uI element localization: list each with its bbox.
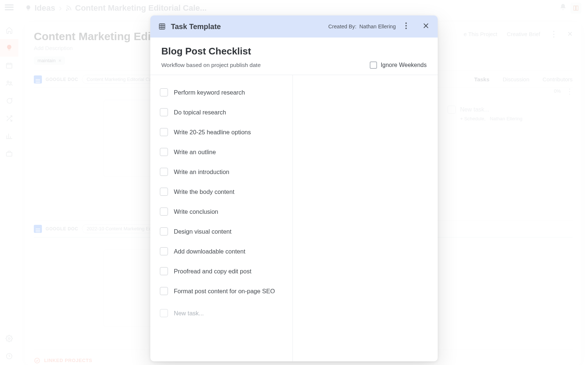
- ignore-weekends-toggle[interactable]: Ignore Weekends: [370, 61, 427, 69]
- task-label: Design visual content: [174, 228, 232, 235]
- task-template-modal: Task Template Created By: Nathan Ellerin…: [150, 15, 438, 361]
- task-label: Do topical research: [174, 109, 226, 116]
- ignore-weekends-checkbox[interactable]: [370, 61, 377, 69]
- task-checkbox[interactable]: [160, 227, 168, 235]
- new-task-checkbox[interactable]: [160, 309, 168, 317]
- svg-rect-10: [159, 24, 165, 29]
- task-label: Perform keyword research: [174, 89, 245, 96]
- modal-header-title: Task Template: [171, 22, 221, 31]
- task-checkbox[interactable]: [160, 188, 168, 196]
- task-row[interactable]: Design visual content: [160, 222, 285, 241]
- task-row[interactable]: Proofread and copy edit post: [160, 261, 285, 281]
- task-row[interactable]: Write 20-25 headline options: [160, 122, 285, 142]
- task-row[interactable]: Format post content for on-page SEO: [160, 281, 285, 301]
- template-title: Blog Post Checklist: [161, 46, 427, 57]
- svg-point-11: [405, 22, 407, 24]
- modal-body: Perform keyword researchDo topical resea…: [150, 75, 438, 361]
- task-label: Write the body content: [174, 188, 234, 195]
- task-label: Write an introduction: [174, 169, 229, 176]
- modal-more-icon[interactable]: [401, 22, 411, 31]
- task-checkbox[interactable]: [160, 267, 168, 275]
- task-row[interactable]: Do topical research: [160, 102, 285, 122]
- created-by-name: Nathan Ellering: [359, 24, 396, 29]
- task-checkbox[interactable]: [160, 88, 168, 96]
- ignore-weekends-label: Ignore Weekends: [381, 62, 427, 68]
- task-checkbox[interactable]: [160, 148, 168, 156]
- template-grid-icon: [158, 23, 166, 30]
- task-checkbox[interactable]: [160, 108, 168, 116]
- modal-overlay: Task Template Created By: Nathan Ellerin…: [0, 0, 588, 365]
- task-checkbox[interactable]: [160, 208, 168, 216]
- new-task-placeholder[interactable]: New task...: [174, 310, 204, 317]
- task-checkbox[interactable]: [160, 247, 168, 255]
- template-subtitle: Workflow based on project publish date: [161, 62, 261, 68]
- modal-close-icon[interactable]: [416, 22, 430, 31]
- task-label: Format post content for on-page SEO: [174, 288, 275, 295]
- modal-right-pane: [293, 75, 438, 361]
- task-label: Write conclusion: [174, 208, 218, 215]
- created-by: Created By: Nathan Ellering: [328, 24, 396, 29]
- task-label: Proofread and copy edit post: [174, 268, 251, 275]
- task-checkbox[interactable]: [160, 168, 168, 176]
- task-row[interactable]: Write an outline: [160, 142, 285, 162]
- task-checkbox[interactable]: [160, 128, 168, 136]
- new-task-row[interactable]: New task...: [160, 303, 285, 323]
- task-row[interactable]: Add downloadable content: [160, 241, 285, 261]
- task-row[interactable]: Write the body content: [160, 182, 285, 202]
- task-row[interactable]: Write conclusion: [160, 202, 285, 222]
- task-row[interactable]: Perform keyword research: [160, 82, 285, 102]
- task-label: Write 20-25 headline options: [174, 129, 251, 136]
- task-checkbox[interactable]: [160, 287, 168, 295]
- modal-subheader: Blog Post Checklist Workflow based on pr…: [150, 38, 438, 75]
- task-label: Write an outline: [174, 149, 216, 156]
- svg-point-12: [405, 25, 407, 26]
- modal-header: Task Template Created By: Nathan Ellerin…: [150, 15, 438, 38]
- svg-point-13: [405, 28, 407, 29]
- created-by-label: Created By:: [328, 24, 356, 29]
- task-list: Perform keyword researchDo topical resea…: [150, 75, 293, 361]
- task-label: Add downloadable content: [174, 248, 245, 255]
- task-row[interactable]: Write an introduction: [160, 162, 285, 182]
